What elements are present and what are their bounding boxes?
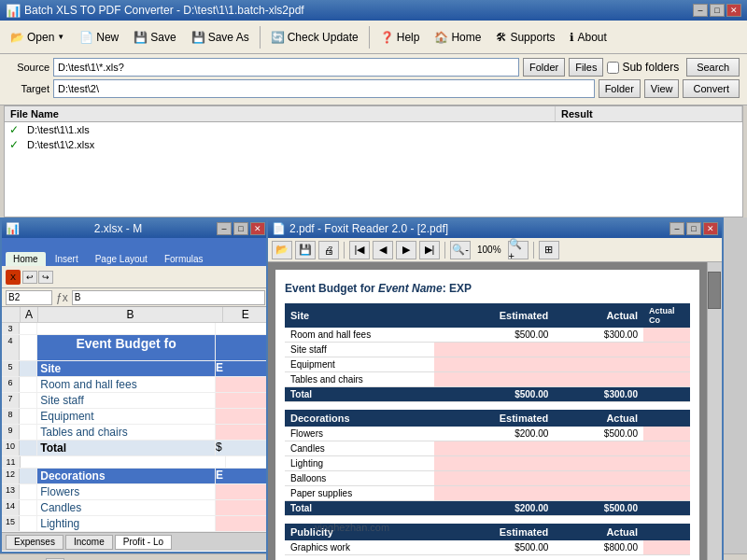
site-row-4: Tables and chairs — [285, 372, 690, 387]
target-label: Target — [7, 83, 49, 94]
pdf-min[interactable]: – — [669, 222, 684, 235]
maximize-button[interactable]: □ — [710, 4, 725, 17]
open-icon: 📂 — [10, 31, 24, 44]
target-folder-button[interactable]: Folder — [599, 79, 641, 98]
decorations-table: Decorations Estimated Actual Flowers $20… — [285, 410, 690, 516]
check-update-icon: 🔄 — [271, 31, 285, 44]
close-button[interactable]: ✕ — [726, 4, 741, 17]
search-button[interactable]: Search — [686, 58, 740, 77]
publicity-table: Publicity Estimated Actual Graphics work… — [285, 524, 690, 555]
formula-input[interactable] — [72, 290, 265, 305]
pdf-toolbar: 📂 💾 🖨 |◀ ◀ ▶ ▶| 🔍- 100% 🔍+ ⊞ — [268, 238, 722, 262]
formula-bar: ƒx — [2, 288, 269, 307]
save-as-button[interactable]: 💾 Save As — [185, 24, 256, 50]
subfolders-label: Sub folders — [607, 61, 679, 74]
dec-row-2: Candles — [285, 441, 690, 456]
sheet-tab-income[interactable]: Income — [65, 535, 113, 550]
pdf-sidebar[interactable] — [707, 262, 722, 560]
divider2 — [444, 242, 445, 259]
pdf-close[interactable]: ✕ — [703, 222, 718, 235]
pdf-icon: 📄 — [272, 222, 286, 235]
file-name: D:\test\1\1.xls — [23, 123, 556, 136]
pdf-zoom-out-btn[interactable]: 🔍- — [450, 241, 471, 259]
dec-total-row: Total $200.00 $500.00 — [285, 501, 690, 516]
toolbar: 📂 Open ▼ 📄 New 💾 Save 💾 Save As 🔄 Check … — [0, 21, 747, 54]
target-input[interactable] — [53, 79, 595, 98]
excel-tab-layout[interactable]: Page Layout — [88, 252, 155, 266]
source-input[interactable] — [53, 58, 519, 77]
pdf-play-btn[interactable]: ▶ — [396, 241, 416, 259]
pdf-fit-btn[interactable]: ⊞ — [539, 241, 559, 259]
open-button[interactable]: 📂 Open ▼ — [4, 24, 71, 50]
supports-icon: 🛠 — [496, 31, 507, 44]
target-view-button[interactable]: View — [644, 79, 680, 98]
excel-title-text: 2.xlsx - M — [94, 222, 142, 235]
pdf-print-btn[interactable]: 🖨 — [318, 241, 339, 259]
pdf-open-btn[interactable]: 📂 — [272, 241, 292, 259]
fx-icon: ƒx — [56, 291, 68, 304]
new-icon: 📄 — [79, 31, 93, 44]
file-check-icon: ✓ — [5, 138, 23, 151]
pdf-max[interactable]: □ — [686, 222, 701, 235]
col-filename: File Name — [5, 106, 556, 121]
file-list-header: File Name Result — [5, 106, 742, 122]
excel-tab-formulas[interactable]: Formulas — [157, 252, 211, 266]
excel-max[interactable]: □ — [233, 222, 248, 235]
site-row-3: Equipment — [285, 357, 690, 372]
app-icon: 📊 — [6, 4, 21, 18]
file-row[interactable]: ✓ D:\test\1\2.xlsx — [5, 137, 742, 152]
undo-btn[interactable]: ↩ — [22, 271, 37, 284]
source-folder-button[interactable]: Folder — [523, 58, 565, 77]
pdf-first-btn[interactable]: |◀ — [349, 241, 370, 259]
save-button[interactable]: 💾 Save — [127, 24, 182, 50]
divider2 — [369, 26, 370, 49]
pdf-save-btn[interactable]: 💾 — [295, 241, 316, 259]
site-table: Site Estimated Actual Actual Co Room and… — [285, 303, 690, 402]
redo-btn[interactable]: ↪ — [38, 271, 53, 284]
file-row[interactable]: ✓ D:\test\1\1.xls — [5, 122, 742, 137]
source-files-button[interactable]: Files — [569, 58, 603, 77]
open-dropdown-icon[interactable]: ▼ — [57, 33, 64, 41]
about-icon: ℹ — [570, 31, 574, 44]
supports-button[interactable]: 🛠 Supports — [489, 24, 561, 50]
site-total-row: Total $500.00 $300.00 — [285, 387, 690, 402]
excel-tab-home[interactable]: Home — [6, 252, 46, 266]
site-row-1: Room and hall fees $500.00 $300.00 — [285, 328, 690, 343]
grid-row-12: 12 Decorations E — [2, 469, 269, 484]
excel-title-bar: 📊 2.xlsx - M – □ ✕ — [2, 219, 269, 238]
pdf-next-btn[interactable]: ▶| — [419, 241, 440, 259]
dec-row-5: Paper supplies — [285, 486, 690, 501]
sheet-tab-profit[interactable]: Profit - Lo — [115, 535, 172, 550]
col-b-header: B — [38, 307, 222, 322]
pdf-zoom-in-btn[interactable]: 🔍+ — [508, 241, 529, 259]
grid-body: 3 4 Event Budget fo 5 Site E 6 Room and — [2, 323, 269, 532]
pub-row-1: Graphics work $500.00 $800.00 — [285, 540, 690, 555]
main-content: 📊 2.xlsx - M – □ ✕ Home Insert Page Layo… — [0, 217, 747, 553]
sheet-tabs: Expenses Income Profit - Lo — [2, 532, 269, 551]
help-button[interactable]: ❓ Help — [374, 24, 427, 50]
site-header: Site — [285, 303, 434, 328]
about-button[interactable]: ℹ About — [563, 24, 613, 50]
subfolders-checkbox[interactable] — [607, 62, 619, 74]
excel-tab-insert[interactable]: Insert — [48, 252, 86, 266]
convert-button[interactable]: Convert — [683, 79, 740, 98]
dec-row-4: Balloons — [285, 471, 690, 486]
excel-icon: X — [6, 270, 21, 285]
pdf-prev-btn[interactable]: ◀ — [373, 241, 393, 259]
col-e-header: E — [223, 307, 269, 322]
decorations-header: Decorations — [285, 410, 434, 427]
scroll-thumb[interactable] — [708, 272, 721, 309]
grid-row-4: 4 Event Budget fo — [2, 335, 269, 361]
pdf-main-area[interactable]: Event Budget for Event Name: EXP Site Es… — [268, 262, 707, 560]
pdf-document-title: Event Budget for Event Name: EXP — [285, 279, 690, 296]
excel-close[interactable]: ✕ — [250, 222, 265, 235]
dec-row-3: Lighting — [285, 456, 690, 471]
home-button[interactable]: 🏠 Home — [428, 24, 487, 50]
cell-reference[interactable] — [6, 290, 52, 305]
check-update-button[interactable]: 🔄 Check Update — [264, 24, 365, 50]
dec-row-1: Flowers $200.00 $500.00 — [285, 427, 690, 441]
excel-min[interactable]: – — [217, 222, 232, 235]
sheet-tab-expenses[interactable]: Expenses — [6, 535, 63, 550]
new-button[interactable]: 📄 New — [73, 24, 125, 50]
minimize-button[interactable]: – — [693, 4, 708, 17]
